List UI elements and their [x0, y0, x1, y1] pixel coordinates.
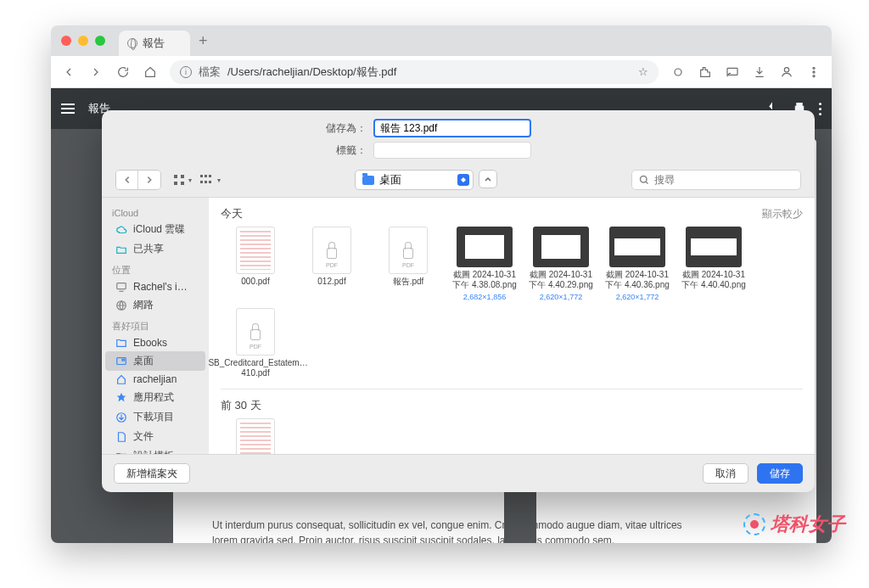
file-item[interactable]: 報告.pdf	[373, 227, 443, 301]
address-path: /Users/racheljian/Desktop/報告.pdf	[227, 64, 396, 80]
address-bar[interactable]: i 檔案 /Users/racheljian/Desktop/報告.pdf ☆	[170, 60, 659, 84]
profile-icon[interactable]	[774, 59, 799, 85]
network-icon	[115, 300, 127, 311]
finder-sidebar: iCloud iCloud 雲碟 已共享 位置 Rachel's i… 網路 喜…	[102, 198, 209, 454]
group-header-last30: 前 30 天	[221, 389, 803, 418]
sidebar-item-icloud-drive[interactable]: iCloud 雲碟	[105, 220, 205, 239]
file-name: 012.pdf	[317, 277, 345, 287]
sidebar-item-home[interactable]: racheljian	[105, 371, 205, 388]
sidebar-item-documents[interactable]: 文件	[105, 427, 205, 446]
sidebar-item-label: 已共享	[133, 242, 164, 256]
group-view-icon[interactable]: ▾	[200, 174, 221, 186]
svg-rect-11	[205, 175, 207, 177]
search-input[interactable]	[654, 174, 793, 186]
svg-point-4	[813, 70, 815, 72]
nav-forward-button[interactable]	[138, 171, 160, 189]
svg-rect-14	[205, 181, 207, 183]
file-thumb-icon	[389, 227, 428, 274]
dialog-footer: 新增檔案夾 取消 儲存	[102, 454, 815, 492]
file-item[interactable]: TSB_Creditcard_Estatem…410.pdf	[221, 308, 290, 378]
svg-rect-8	[174, 182, 177, 185]
overflow-menu-icon[interactable]	[819, 103, 821, 115]
sidebar-item-applications[interactable]: 應用程式	[105, 388, 205, 407]
file-item[interactable]: 截圖 2024-10-31 下午 4.40.36.png2,620×1,772	[603, 227, 672, 301]
menu-icon[interactable]	[61, 104, 75, 114]
tab-title: 報告	[143, 36, 165, 51]
view-controls[interactable]: ▾ ▾	[173, 174, 221, 186]
svg-rect-15	[209, 181, 211, 183]
svg-rect-20	[122, 359, 125, 361]
search-field[interactable]	[631, 170, 801, 190]
svg-rect-10	[200, 175, 203, 177]
sidebar-item-label: 桌面	[133, 354, 154, 368]
traffic-lights	[61, 36, 105, 46]
minimize-window-button[interactable]	[78, 36, 88, 46]
close-window-button[interactable]	[61, 36, 71, 46]
downloads-icon[interactable]	[747, 59, 772, 85]
file-item[interactable]: 截圖 2024-10-31 下午 4.40.29.png2,620×1,772	[526, 227, 596, 301]
sidebar-item-ebooks[interactable]: Ebooks	[105, 334, 205, 351]
location-popup[interactable]: 桌面	[355, 170, 474, 190]
cancel-button[interactable]: 取消	[703, 463, 748, 484]
browser-tab[interactable]: 報告	[119, 31, 190, 56]
tags-input[interactable]	[373, 142, 531, 159]
menu-dots-icon[interactable]	[801, 59, 827, 85]
file-name: 截圖 2024-10-31 下午 4.40.36.png	[603, 270, 672, 290]
sidebar-item-downloads[interactable]: 下載項目	[105, 407, 205, 427]
sidebar-item-desktop[interactable]: 桌面	[105, 351, 205, 371]
watermark-icon	[743, 513, 765, 535]
sidebar-item-shared[interactable]: 已共享	[105, 239, 205, 259]
sidebar-item-label: Ebooks	[133, 337, 167, 349]
file-item[interactable]: 截圖 2024-10-31 下午 4.40.40.png	[679, 227, 748, 301]
maximize-window-button[interactable]	[95, 36, 105, 46]
folder-icon	[362, 176, 374, 185]
save-button[interactable]: 儲存	[757, 463, 803, 484]
nav-buttons	[115, 170, 161, 190]
home-icon	[115, 373, 127, 385]
new-folder-button[interactable]: 新增檔案夾	[114, 463, 190, 484]
file-thumb-icon	[236, 308, 275, 356]
file-item[interactable]: 000.pdf	[221, 227, 290, 301]
cast-icon[interactable]	[720, 59, 745, 85]
sidebar-item-label: 應用程式	[133, 390, 174, 405]
expand-button[interactable]	[479, 170, 497, 188]
file-thumb-icon	[686, 227, 742, 267]
file-item[interactable]: 截圖 2024-10-31 下午 4.38.08.png2,682×1,856	[450, 227, 519, 301]
file-name: 截圖 2024-10-31 下午 4.40.29.png	[526, 270, 596, 290]
sidebar-item-label: iCloud 雲碟	[133, 222, 185, 237]
file-item[interactable]: 012.pdf	[297, 227, 367, 301]
window-titlebar: 報告 +	[51, 25, 832, 56]
sidebar-item-network[interactable]: 網路	[105, 295, 205, 315]
home-button[interactable]	[137, 59, 163, 85]
extensions-button[interactable]	[692, 59, 718, 85]
group-title: 前 30 天	[221, 398, 261, 413]
file-name: 截圖 2024-10-31 下午 4.38.08.png	[450, 270, 519, 290]
body-text: Ut interdum purus consequat, sollicitudi…	[212, 518, 704, 543]
sidebar-header-icloud: iCloud	[102, 203, 209, 220]
svg-point-3	[813, 67, 815, 69]
site-info-icon[interactable]: i	[180, 66, 192, 78]
svg-point-0	[675, 69, 681, 76]
sidebar-item-label: racheljian	[133, 373, 177, 385]
svg-rect-12	[209, 175, 211, 177]
back-button[interactable]	[56, 59, 81, 85]
reload-button[interactable]	[110, 59, 136, 85]
desktop-icon	[115, 356, 127, 367]
nav-back-button[interactable]	[116, 171, 138, 189]
filename-input[interactable]	[373, 119, 531, 137]
icon-view-icon[interactable]: ▾	[173, 174, 192, 186]
file-pane: 今天 顯示較少 000.pdf012.pdf報告.pdf截圖 2024-10-3…	[209, 198, 815, 454]
sidebar-item-mac[interactable]: Rachel's i…	[105, 278, 205, 295]
forward-button[interactable]	[83, 59, 109, 85]
file-item[interactable]	[221, 418, 290, 454]
sidebar-item-design-templates[interactable]: 設計模板	[105, 446, 205, 454]
file-meta: 2,682×1,856	[463, 293, 506, 301]
show-less-button[interactable]: 顯示較少	[762, 207, 803, 221]
bookmark-star-icon[interactable]: ☆	[638, 65, 648, 78]
sidebar-header-favorites: 喜好項目	[102, 315, 209, 334]
file-thumb-icon	[312, 227, 351, 274]
new-tab-button[interactable]: +	[199, 32, 208, 50]
computer-icon	[115, 281, 127, 293]
svg-rect-13	[200, 181, 203, 183]
extension-icon[interactable]	[665, 59, 691, 85]
